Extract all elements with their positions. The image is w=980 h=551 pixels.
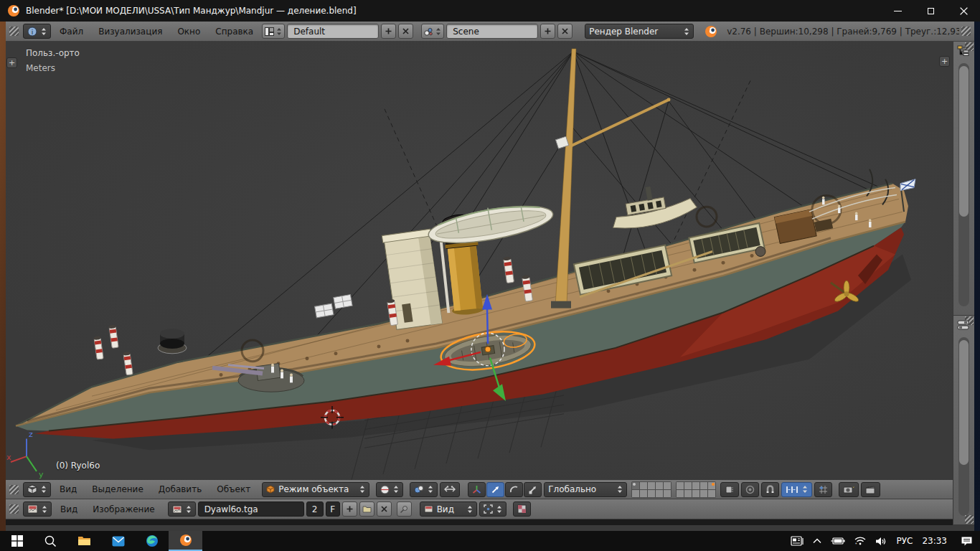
opengl-render-button[interactable] <box>839 482 859 497</box>
layer-7[interactable] <box>684 482 692 489</box>
area-corner-grip[interactable] <box>965 515 974 524</box>
menu-view[interactable]: Вид <box>53 484 83 494</box>
clock[interactable]: 23:33 <box>922 536 947 546</box>
scene-name[interactable]: Scene <box>446 24 538 39</box>
layer-15[interactable] <box>664 490 671 497</box>
lock-to-scene-toggle[interactable] <box>720 482 739 497</box>
properties-shelf-expand-button[interactable]: + <box>939 56 950 67</box>
screen-layout-icon-button[interactable] <box>262 24 285 39</box>
screen-layout-name[interactable]: Default <box>287 24 379 39</box>
editor-type-selector-info[interactable]: i <box>23 24 51 39</box>
layer-5[interactable] <box>664 482 671 489</box>
new-image-button[interactable] <box>342 501 357 517</box>
draw-alpha-toggle[interactable] <box>513 501 531 517</box>
add-scene-button[interactable] <box>540 24 555 39</box>
unlink-image-button[interactable] <box>377 501 392 517</box>
mode-selector[interactable]: Режим объекта <box>262 482 369 497</box>
proportional-edit-selector[interactable] <box>741 482 759 497</box>
layer-8[interactable] <box>692 482 699 489</box>
layer-17[interactable] <box>684 490 692 497</box>
properties-scrollbar[interactable] <box>958 337 969 516</box>
layer-19[interactable] <box>700 490 707 497</box>
uv-pivot-selector[interactable] <box>479 501 507 517</box>
layer-18[interactable] <box>692 490 699 497</box>
menu-help[interactable]: Справка <box>209 27 260 37</box>
layer-9[interactable] <box>700 482 707 489</box>
menu-object[interactable]: Объект <box>210 484 257 494</box>
menu-image[interactable]: Изображение <box>86 504 161 514</box>
battery-icon[interactable] <box>831 537 845 545</box>
image-display-mode-selector[interactable]: Вид <box>420 501 477 517</box>
blender-taskbar-button[interactable] <box>169 531 202 551</box>
action-center-icon[interactable] <box>961 536 973 547</box>
image-users-count[interactable]: 2 <box>306 501 324 517</box>
snap-toggle[interactable] <box>761 482 779 497</box>
menu-view-image[interactable]: Вид <box>54 504 84 514</box>
manipulate-center-points-toggle[interactable] <box>440 482 460 497</box>
manipulator-scale-toggle[interactable] <box>524 482 542 497</box>
volume-icon[interactable] <box>875 537 887 546</box>
layer-3[interactable] <box>648 482 655 489</box>
toolshelf-expand-button[interactable]: + <box>6 57 17 68</box>
layer-1[interactable] <box>632 482 639 489</box>
opengl-render-anim-button[interactable] <box>861 482 880 497</box>
area-corner-grip[interactable] <box>961 27 971 36</box>
layer-20[interactable] <box>708 490 715 497</box>
render-engine-selector[interactable]: Рендер Blender <box>585 24 694 39</box>
layer-10[interactable] <box>708 482 715 489</box>
close-button[interactable] <box>947 0 980 22</box>
pivot-point-selector[interactable] <box>410 482 438 497</box>
language-indicator[interactable]: РУС <box>896 536 913 546</box>
area-corner-grip[interactable] <box>9 27 19 36</box>
outliner-editor-collapsed[interactable] <box>953 42 974 316</box>
news-widget-icon[interactable] <box>791 536 804 547</box>
fake-user-toggle[interactable]: F <box>326 501 340 517</box>
search-button[interactable] <box>34 531 67 551</box>
hidden-icons-chevron[interactable] <box>813 538 821 544</box>
menu-select[interactable]: Выделение <box>85 484 149 494</box>
properties-editor-collapsed[interactable] <box>953 316 974 525</box>
area-corner-grip[interactable] <box>9 504 19 514</box>
layer-2[interactable] <box>640 482 647 489</box>
image-name-field[interactable]: Dyawl6o.tga <box>198 501 304 517</box>
area-corner-grip[interactable] <box>9 485 19 494</box>
snap-target-button[interactable] <box>814 482 832 497</box>
file-explorer-button[interactable] <box>67 531 101 551</box>
layer-12[interactable] <box>640 490 647 497</box>
manipulator-rotate-toggle[interactable] <box>505 482 523 497</box>
delete-scene-button[interactable] <box>557 24 573 39</box>
scene-icon-button[interactable] <box>421 24 444 39</box>
editor-type-selector-3dview[interactable] <box>23 482 51 497</box>
open-image-button[interactable] <box>359 501 374 517</box>
layer-13[interactable] <box>648 490 655 497</box>
wifi-icon[interactable]: * <box>854 537 866 545</box>
layer-4[interactable] <box>656 482 663 489</box>
outliner-scrollbar[interactable] <box>958 63 969 306</box>
snap-element-selector[interactable] <box>781 482 812 497</box>
layer-14[interactable] <box>656 490 663 497</box>
start-button[interactable] <box>0 531 34 551</box>
editor-type-selector-image[interactable] <box>23 501 52 517</box>
viewport-3d[interactable]: x z y Польз.-орто Meters (0) Ryol6o + + <box>6 42 953 480</box>
layer-11[interactable] <box>632 490 639 497</box>
manipulator-axes-toggle[interactable] <box>468 482 486 497</box>
add-layout-button[interactable] <box>381 24 396 39</box>
edge-browser-button[interactable] <box>135 531 169 551</box>
transform-orientation-selector[interactable]: Глобально <box>544 482 627 497</box>
image-datablock-selector[interactable] <box>168 501 196 517</box>
layer-6[interactable] <box>677 482 684 489</box>
blender-window: i Файл Визуализация Окно Справка Default… <box>6 22 974 531</box>
manipulator-translate-toggle[interactable] <box>486 482 504 497</box>
viewport-shading-selector[interactable] <box>376 482 403 497</box>
snap-target-icon <box>819 485 828 494</box>
mail-button[interactable] <box>101 531 135 551</box>
delete-layout-button[interactable] <box>398 24 413 39</box>
maximize-button[interactable] <box>914 0 947 22</box>
minimize-button[interactable] <box>881 0 914 22</box>
menu-file[interactable]: Файл <box>53 27 90 37</box>
layer-16[interactable] <box>677 490 684 497</box>
menu-add[interactable]: Добавить <box>152 484 208 494</box>
menu-render[interactable]: Визуализация <box>92 27 169 37</box>
menu-window[interactable]: Окно <box>171 27 207 37</box>
pin-image-toggle[interactable] <box>397 501 412 517</box>
